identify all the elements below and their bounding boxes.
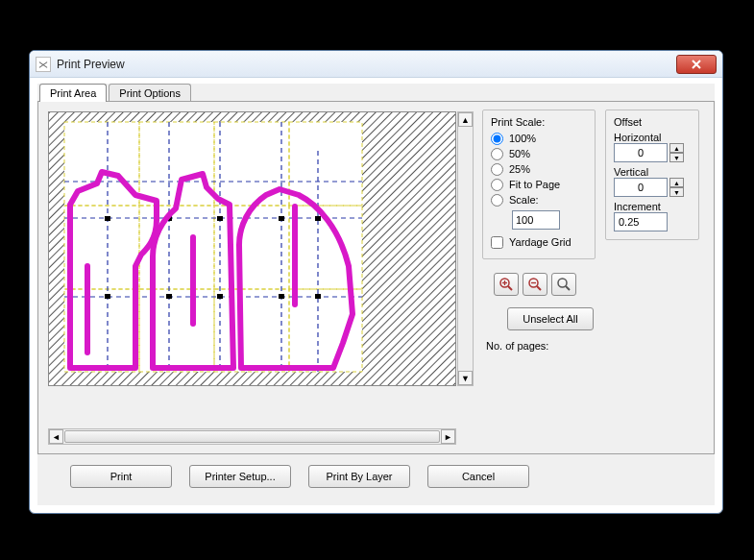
client-area: Print Area Print Options (37, 84, 715, 505)
scroll-up-button[interactable]: ▲ (458, 112, 473, 127)
preview-canvas[interactable] (48, 111, 456, 386)
right-panel: Print Scale: 100% 50% 25% (482, 110, 699, 352)
zoom-fit-button[interactable] (551, 273, 576, 296)
scale-fit-radio[interactable] (491, 179, 503, 191)
offset-v-label: Vertical (614, 166, 691, 178)
zoom-out-icon (527, 277, 543, 292)
zoom-row (494, 265, 699, 296)
tab-bar: Print Area Print Options (37, 84, 715, 102)
scale-50-label: 50% (509, 148, 530, 159)
offset-h-down-button[interactable]: ▼ (669, 153, 684, 162)
scale-50-row[interactable]: 50% (491, 147, 587, 159)
print-preview-window: Print Preview Print Area Print Options (29, 50, 723, 514)
svg-rect-24 (105, 216, 110, 221)
yardage-checkbox[interactable] (491, 236, 503, 249)
offset-title: Offset (614, 116, 691, 128)
svg-rect-29 (105, 294, 110, 299)
offset-h-spin: ▲ ▼ (614, 143, 691, 162)
preview-horizontal-scrollbar[interactable]: ◄ ► (48, 428, 456, 445)
unselect-all-button[interactable]: Unselect All (507, 307, 594, 330)
print-button[interactable]: Print (70, 465, 172, 488)
yardage-row[interactable]: Yardage Grid (491, 235, 587, 248)
svg-line-42 (566, 286, 570, 290)
offset-group: Offset Horizontal ▲ ▼ Vertical ▲ (605, 110, 699, 240)
scale-fit-row[interactable]: Fit to Page (491, 178, 587, 190)
scale-25-row[interactable]: 25% (491, 162, 587, 175)
offset-h-up-button[interactable]: ▲ (669, 143, 684, 153)
offset-h-label: Horizontal (614, 132, 691, 143)
tab-print-options[interactable]: Print Options (109, 84, 191, 102)
zoom-in-button[interactable] (494, 273, 519, 296)
offset-v-up-button[interactable]: ▲ (669, 178, 684, 187)
window-title: Print Preview (57, 58, 125, 71)
scale-custom-radio[interactable] (491, 194, 503, 207)
scale-custom-row[interactable]: Scale: (491, 193, 587, 206)
scroll-left-button[interactable]: ◄ (49, 429, 63, 444)
offset-v-down-button[interactable]: ▼ (669, 187, 684, 197)
pages-label: No. of pages: (486, 340, 699, 352)
svg-line-35 (508, 286, 512, 290)
scale-100-radio[interactable] (491, 133, 503, 145)
zoom-in-icon (499, 277, 514, 292)
svg-line-39 (537, 286, 541, 290)
svg-rect-27 (279, 216, 284, 221)
offset-h-input[interactable] (614, 143, 668, 162)
zoom-fit-icon (556, 277, 572, 292)
scale-custom-input[interactable] (512, 210, 560, 230)
bottom-button-row: Print Printer Setup... Print By Layer Ca… (70, 465, 529, 488)
svg-rect-32 (279, 294, 284, 299)
print-scale-title: Print Scale: (491, 116, 587, 128)
tab-print-area[interactable]: Print Area (39, 84, 107, 102)
svg-rect-30 (166, 294, 172, 299)
preview-vertical-scrollbar[interactable]: ▲ ▼ (457, 111, 474, 386)
tab-panel: ▲ ▼ ◄ ► Print Scale: 100% (37, 101, 715, 454)
app-icon (36, 57, 51, 72)
offset-inc-value: 0.25 (614, 212, 668, 231)
svg-rect-26 (217, 216, 223, 221)
svg-rect-31 (217, 294, 223, 299)
titlebar[interactable]: Print Preview (30, 51, 722, 78)
print-scale-group: Print Scale: 100% 50% 25% (482, 110, 596, 259)
scale-100-label: 100% (509, 133, 536, 144)
scroll-thumb[interactable] (64, 430, 440, 443)
scale-fit-label: Fit to Page (509, 179, 560, 190)
zoom-out-button[interactable] (523, 273, 547, 296)
scale-25-radio[interactable] (491, 163, 503, 176)
svg-rect-33 (315, 294, 321, 299)
cancel-button[interactable]: Cancel (427, 465, 529, 488)
offset-v-input[interactable] (614, 178, 668, 197)
scale-100-row[interactable]: 100% (491, 132, 587, 144)
close-icon (691, 60, 702, 69)
scale-custom-label: Scale: (509, 194, 539, 206)
scroll-down-button[interactable]: ▼ (458, 371, 473, 385)
svg-rect-28 (315, 216, 321, 221)
preview-area: ▲ ▼ ◄ ► (48, 111, 456, 424)
printer-setup-button[interactable]: Printer Setup... (189, 465, 291, 488)
scale-25-label: 25% (509, 163, 530, 175)
scroll-right-button[interactable]: ► (441, 429, 455, 444)
offset-inc-label: Increment (614, 201, 691, 212)
scale-50-radio[interactable] (491, 148, 503, 160)
svg-point-41 (558, 279, 567, 287)
offset-v-spin: ▲ ▼ (614, 178, 691, 197)
print-by-layer-button[interactable]: Print By Layer (308, 465, 410, 488)
close-button[interactable] (676, 55, 717, 74)
yardage-label: Yardage Grid (509, 236, 572, 248)
